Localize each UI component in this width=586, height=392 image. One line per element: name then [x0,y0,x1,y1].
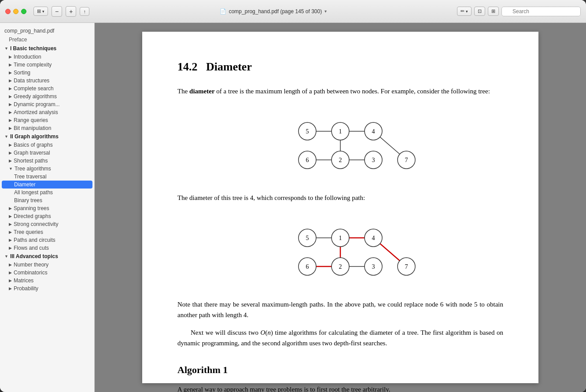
arrow-icon: ▶ [9,126,12,130]
window-title: comp_prog_hand.pdf (page 145 of 300) [229,8,322,15]
sidebar-section-basic[interactable]: ▼ I Basic techniques [0,44,94,53]
title-chevron-icon: ▾ [324,9,327,14]
sidebar-item-matrices[interactable]: ▶Matrices [0,277,94,285]
svg-text:7: 7 [405,157,408,163]
share-button[interactable]: ↑ [80,7,89,16]
collapse-arrow-icon: ▼ [4,46,8,51]
app-window: ⊞ ▾ − + ↑ 📄 comp_prog_hand.pdf (page 145… [0,0,586,392]
sidebar-item-time-complexity[interactable]: ▶Time complexity [0,61,94,69]
sidebar-item-strong-connectivity[interactable]: ▶Strong connectivity [0,220,94,228]
sidebar-preface[interactable]: Preface [0,35,94,44]
section-label: I Basic techniques [10,45,56,52]
sidebar-item-tree-traversal[interactable]: Tree traversal [0,173,94,181]
sidebar-item-introduction[interactable]: ▶Introduction [0,53,94,61]
sidebar-item-complete-search[interactable]: ▶Complete search [0,85,94,92]
sidebar-section-graph[interactable]: ▼ II Graph algorithms [0,132,94,141]
sidebar-item-binary-trees[interactable]: Binary trees [0,196,94,204]
sidebar-item-paths-circuits[interactable]: ▶Paths and circuits [0,236,94,244]
sidebar-item-flows-cuts[interactable]: ▶Flows and cuts [0,244,94,252]
arrow-icon: ▶ [9,143,12,147]
sidebar-item-all-longest-paths[interactable]: All longest paths [0,189,94,196]
page-view-icon: ⊡ [478,8,482,14]
arrow-icon: ▶ [9,246,12,250]
tree-diagram-1: 5 1 4 6 2 [177,107,503,182]
sidebar-item-combinatorics[interactable]: ▶Combinatorics [0,269,94,277]
more-button[interactable]: ⊞ [488,7,499,16]
sidebar-item-sorting[interactable]: ▶Sorting [0,69,94,77]
sidebar-item-data-structures[interactable]: ▶Data structures [0,77,94,85]
svg-text:7: 7 [405,263,408,270]
svg-text:4: 4 [372,235,375,241]
titlebar: ⊞ ▾ − + ↑ 📄 comp_prog_hand.pdf (page 145… [0,0,586,23]
svg-text:5: 5 [306,235,309,241]
collapse-arrow-icon: ▼ [4,254,8,259]
pdf-area[interactable]: 14.2 Diameter The diameter of a tree is … [95,23,586,392]
close-button[interactable] [5,9,11,14]
main-area: comp_prog_hand.pdf Preface ▼ I Basic tec… [0,23,586,392]
sidebar-item-diameter[interactable]: Diameter [2,181,92,189]
arrow-icon: ▶ [9,86,12,91]
sidebar-item-range-queries[interactable]: ▶Range queries [0,116,94,124]
arrow-icon: ▶ [9,94,12,99]
sidebar-item-basics-graphs[interactable]: ▶Basics of graphs [0,141,94,149]
arrow-icon: ▶ [9,55,12,59]
arrow-icon: ▶ [9,102,12,107]
zoom-out-button[interactable]: − [52,6,62,17]
svg-text:5: 5 [306,128,309,135]
arrow-icon: ▶ [9,63,12,67]
arrow-icon: ▶ [9,151,12,155]
pdf-page: 14.2 Diameter The diameter of a tree is … [142,32,538,383]
arrow-icon: ▶ [9,70,12,75]
sidebar-item-shortest-paths[interactable]: ▶Shortest paths [0,157,94,165]
paragraph-2: The diameter of this tree is 4, which co… [177,192,503,203]
bold-diameter: diameter [189,88,214,95]
sidebar-item-bit-manip[interactable]: ▶Bit manipulation [0,124,94,132]
minimize-button[interactable] [13,9,18,14]
arrow-icon: ▶ [9,278,12,283]
search-input[interactable] [501,7,581,16]
sidebar-item-greedy[interactable]: ▶Greedy algorithms [0,92,94,100]
page-view-button[interactable]: ⊡ [474,7,485,16]
arrow-icon: ▶ [9,118,12,122]
paragraph-3b: Next we will discuss two O(n) time algor… [177,327,503,348]
sidebar-toggle-button[interactable]: ⊞ ▾ [33,7,48,16]
arrow-icon: ▶ [9,222,12,226]
sidebar-item-number-theory[interactable]: ▶Number theory [0,261,94,269]
toolbar-right: ✏ ▾ ⊡ ⊞ 🔍 [457,7,581,16]
sidebar-toggle-icon: ⊞ [37,8,41,14]
sidebar-top-item[interactable]: comp_prog_hand.pdf [0,26,94,35]
paragraph-1: The diameter of a tree is the maximum le… [177,86,503,96]
svg-text:2: 2 [339,157,342,163]
paragraph-3a: Note that there may be several maximum-l… [177,299,503,320]
arrow-icon: ▶ [9,78,12,83]
arrow-icon: ▶ [9,110,12,115]
section-number: 14.2 [177,60,198,73]
svg-text:6: 6 [306,157,309,163]
share-icon: ↑ [83,9,86,14]
collapse-arrow-icon: ▼ [4,134,8,139]
arrow-icon: ▶ [9,270,12,275]
sidebar-item-directed-graphs[interactable]: ▶Directed graphs [0,212,94,220]
annotate-arrow-icon: ▾ [466,9,468,14]
sidebar-item-graph-traversal[interactable]: ▶Graph traversal [0,149,94,157]
arrow-icon: ▶ [9,159,12,163]
section-label: III Advanced topics [10,253,58,259]
sidebar-item-dynamic-prog[interactable]: ▶Dynamic program... [0,100,94,108]
arrow-icon: ▶ [9,214,12,218]
annotate-button[interactable]: ✏ ▾ [457,7,472,16]
svg-text:3: 3 [372,157,375,163]
sidebar-item-amortized[interactable]: ▶Amortized analysis [0,108,94,116]
section-label: II Graph algorithms [10,133,59,140]
search-wrapper: 🔍 [501,7,581,16]
sidebar-item-tree-queries[interactable]: ▶Tree queries [0,228,94,236]
sidebar-item-spanning-trees[interactable]: ▶Spanning trees [0,204,94,212]
document-icon: 📄 [220,8,226,15]
maximize-button[interactable] [21,9,26,14]
svg-text:2: 2 [339,263,342,270]
zoom-in-button[interactable]: + [66,6,76,17]
arrow-icon: ▶ [9,230,12,234]
sidebar-item-probability[interactable]: ▶Probability [0,285,94,292]
svg-text:6: 6 [306,263,309,270]
sidebar-section-advanced[interactable]: ▼ III Advanced topics [0,252,94,261]
sidebar-item-tree-algorithms[interactable]: ▼Tree algorithms [0,165,94,173]
